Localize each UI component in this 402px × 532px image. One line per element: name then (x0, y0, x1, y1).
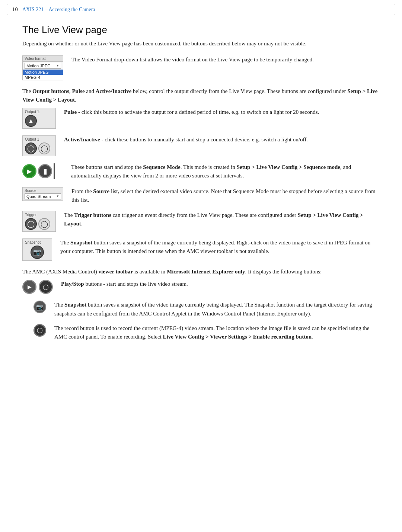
snapshot-description: The Snapshot button saves a snapshot of … (60, 238, 380, 256)
snapshot-label: Snapshot (25, 240, 50, 244)
sequence-buttons: ▶ ▮ (22, 163, 55, 179)
record-button[interactable]: ◯ (34, 324, 46, 337)
sequence-mode-widget: ▶ ▮ (22, 163, 63, 179)
sequence-start-button[interactable]: ▶ (22, 164, 36, 178)
active-inactive-buttons-area: ◯ ◯ (25, 142, 53, 154)
pulse-row: Output 1: ▲ Pulse - click this button to… (22, 108, 380, 129)
pulse-widget: Output 1: ▲ (22, 108, 56, 129)
play-stop-widget: ▶ ◯ (22, 280, 53, 294)
play-button[interactable]: ▶ (22, 280, 36, 294)
pulse-button[interactable]: ▲ (25, 115, 37, 127)
trigger-buttons-widget: Trigger ◯ ◯ (22, 211, 56, 232)
page-title: The Live View page (22, 24, 380, 36)
output-buttons-intro: The Output buttons, Pulse and Active/Ina… (22, 87, 380, 105)
output1-pulse-widget: Output 1: ▲ (22, 108, 56, 129)
record-row: ◯ The record button is used to record th… (22, 324, 380, 342)
trigger-description: The Trigger buttons can trigger an event… (64, 211, 380, 228)
vf-label: Video format (23, 56, 63, 62)
play-stop-description: Play/Stop buttons - start and stops the … (61, 280, 188, 288)
pulse-buttons-area: ▲ (25, 115, 53, 127)
snapshot-button-widget: Snapshot 📷 (22, 238, 52, 261)
inactive-button[interactable]: ◯ (38, 142, 50, 154)
active-inactive-widget: Output 1 ◯ ◯ (22, 135, 56, 156)
source-chevron-icon: ▼ (56, 195, 59, 198)
output1-label: Output 1: (25, 110, 53, 114)
amc-intro-paragraph: The AMC (AXIS Media Control) viewer tool… (22, 267, 380, 276)
play-stop-row: ▶ ◯ Play/Stop buttons - start and stops … (22, 280, 380, 294)
active-inactive-row: Output 1 ◯ ◯ Active/Inactive - click the… (22, 135, 380, 156)
vf-option-mpeg4[interactable]: MPEG-4 (23, 75, 63, 80)
video-format-row: Video format Motion JPEG ▼ Motion JPEG M… (22, 55, 380, 80)
source-select-box[interactable]: Quad Stream ▼ (25, 193, 61, 199)
active-inactive-description: Active/Inactive - click these buttons to… (64, 135, 308, 144)
source-selected-value: Quad Stream (26, 194, 51, 199)
snapshot-widget: Snapshot 📷 (22, 238, 52, 261)
vf-option-motion-jpeg[interactable]: Motion JPEG (23, 70, 63, 75)
trigger-widget: Trigger ◯ ◯ (22, 211, 56, 232)
output1-active-widget: Output 1 ◯ ◯ (22, 135, 56, 156)
trigger-label: Trigger (25, 213, 53, 217)
record-description: The record button is used to record the … (54, 324, 380, 342)
page-number: 10 (12, 6, 18, 13)
pulse-description: Pulse - click this button to activate th… (64, 108, 319, 116)
sequence-mode-row: ▶ ▮ These buttons start and stop the Seq… (22, 163, 380, 180)
amc-snapshot-description: The Snapshot button saves a snapshot of … (54, 301, 380, 318)
video-format-description: The Video Format drop-down list allows t… (71, 55, 314, 64)
vf-selected-value: Motion JPEG (26, 64, 51, 68)
breadcrumb: AXIS 221 – Accessing the Camera (22, 7, 95, 13)
source-dropdown-widget: Source Quad Stream ▼ (22, 187, 63, 201)
intro-paragraph: Depending on whether or not the Live Vie… (22, 39, 380, 48)
active-button[interactable]: ◯ (25, 142, 37, 154)
header-bar: 10 AXIS 221 – Accessing the Camera (7, 4, 395, 15)
source-widget: Source Quad Stream ▼ (22, 187, 63, 201)
source-row: Source Quad Stream ▼ From the Source lis… (22, 187, 380, 205)
sequence-divider (54, 163, 55, 179)
source-label: Source (25, 189, 61, 193)
trigger-row: Trigger ◯ ◯ The Trigger buttons can trig… (22, 211, 380, 232)
vf-select-box[interactable]: Motion JPEG ▼ (25, 63, 61, 69)
source-description: From the Source list, select the desired… (71, 187, 380, 205)
amc-snapshot-row: 📷 The Snapshot button saves a snapshot o… (22, 301, 380, 318)
main-content: The Live View page Depending on whether … (0, 15, 402, 362)
trigger-inactive-button[interactable]: ◯ (38, 218, 50, 230)
snapshot-row: Snapshot 📷 The Snapshot button saves a s… (22, 238, 380, 261)
output1-ai-label: Output 1 (25, 137, 53, 141)
stop-button[interactable]: ◯ (39, 280, 53, 294)
amc-snapshot-button[interactable]: 📷 (34, 301, 46, 313)
amc-snapshot-icon-area: 📷 (34, 301, 46, 313)
video-format-widget: Video format Motion JPEG ▼ Motion JPEG M… (22, 55, 63, 80)
chevron-down-icon: ▼ (56, 64, 59, 67)
trigger-active-button[interactable]: ◯ (25, 218, 37, 230)
sequence-stop-button[interactable]: ▮ (38, 164, 52, 178)
record-icon-area: ◯ (34, 324, 46, 337)
trigger-buttons-area: ◯ ◯ (25, 218, 53, 230)
snapshot-button[interactable]: 📷 (31, 246, 44, 259)
sequence-mode-description: These buttons start and stop the Sequenc… (71, 163, 380, 180)
video-format-dropdown-widget: Video format Motion JPEG ▼ Motion JPEG M… (22, 55, 63, 80)
